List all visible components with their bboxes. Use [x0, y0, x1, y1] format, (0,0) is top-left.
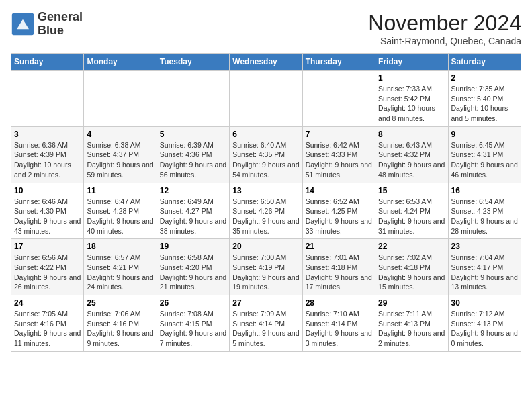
day-info: Sunrise: 6:39 AMSunset: 4:36 PMDaylight:…: [160, 140, 226, 180]
weekday-header-sunday: Sunday: [11, 54, 84, 71]
day-number: 13: [232, 186, 299, 195]
weekday-header-row: SundayMondayTuesdayWednesdayThursdayFrid…: [11, 54, 521, 71]
day-number: 24: [14, 298, 81, 308]
day-cell: 23Sunrise: 7:04 AMSunset: 4:17 PMDayligh…: [448, 239, 521, 295]
day-info: Sunrise: 7:12 AMSunset: 4:13 PMDaylight:…: [451, 309, 518, 349]
day-cell: 11Sunrise: 6:47 AMSunset: 4:28 PMDayligh…: [84, 183, 157, 239]
weekday-header-wednesday: Wednesday: [230, 54, 302, 71]
day-cell: 13Sunrise: 6:50 AMSunset: 4:26 PMDayligh…: [230, 183, 302, 239]
day-number: 3: [14, 130, 81, 139]
day-info: Sunrise: 6:45 AMSunset: 4:31 PMDaylight:…: [451, 140, 518, 180]
day-number: 16: [451, 186, 518, 195]
day-cell: [157, 71, 229, 127]
day-info: Sunrise: 6:38 AMSunset: 4:37 PMDaylight:…: [87, 140, 153, 180]
day-cell: [84, 71, 157, 127]
day-number: 14: [306, 186, 372, 195]
day-cell: 17Sunrise: 6:56 AMSunset: 4:22 PMDayligh…: [11, 239, 84, 295]
day-cell: 20Sunrise: 7:00 AMSunset: 4:19 PMDayligh…: [230, 239, 302, 295]
day-number: 7: [306, 130, 372, 139]
day-number: 29: [378, 298, 445, 308]
day-number: 4: [87, 130, 153, 139]
weekday-header-friday: Friday: [375, 54, 448, 71]
day-number: 23: [451, 242, 518, 251]
day-info: Sunrise: 6:52 AMSunset: 4:25 PMDaylight:…: [306, 197, 372, 236]
weekday-header-saturday: Saturday: [448, 54, 521, 71]
calendar: SundayMondayTuesdayWednesdayThursdayFrid…: [11, 53, 521, 352]
day-cell: [230, 71, 302, 127]
day-info: Sunrise: 6:42 AMSunset: 4:33 PMDaylight:…: [306, 140, 372, 180]
day-cell: 15Sunrise: 6:53 AMSunset: 4:24 PMDayligh…: [375, 183, 448, 239]
day-cell: [302, 71, 375, 127]
day-info: Sunrise: 6:43 AMSunset: 4:32 PMDaylight:…: [378, 140, 445, 180]
day-info: Sunrise: 7:11 AMSunset: 4:13 PMDaylight:…: [378, 309, 445, 349]
day-cell: 27Sunrise: 7:09 AMSunset: 4:14 PMDayligh…: [230, 295, 302, 352]
day-info: Sunrise: 7:00 AMSunset: 4:19 PMDaylight:…: [232, 253, 299, 292]
day-number: 26: [160, 298, 226, 308]
day-cell: 14Sunrise: 6:52 AMSunset: 4:25 PMDayligh…: [302, 183, 375, 239]
week-row-2: 3Sunrise: 6:36 AMSunset: 4:39 PMDaylight…: [11, 126, 521, 183]
day-cell: 24Sunrise: 7:05 AMSunset: 4:16 PMDayligh…: [11, 295, 84, 352]
day-info: Sunrise: 7:06 AMSunset: 4:16 PMDaylight:…: [87, 309, 153, 349]
weekday-header-monday: Monday: [84, 54, 157, 71]
day-cell: 12Sunrise: 6:49 AMSunset: 4:27 PMDayligh…: [157, 183, 229, 239]
title-area: November 2024 Saint-Raymond, Quebec, Can…: [368, 11, 521, 46]
header: General Blue November 2024 Saint-Raymond…: [11, 11, 521, 46]
day-cell: 22Sunrise: 7:02 AMSunset: 4:18 PMDayligh…: [375, 239, 448, 295]
day-cell: 29Sunrise: 7:11 AMSunset: 4:13 PMDayligh…: [375, 295, 448, 352]
day-info: Sunrise: 6:50 AMSunset: 4:26 PMDaylight:…: [232, 197, 299, 236]
day-number: 25: [87, 298, 153, 308]
day-number: 17: [14, 242, 81, 251]
day-number: 5: [160, 130, 226, 139]
day-cell: 19Sunrise: 6:58 AMSunset: 4:20 PMDayligh…: [157, 239, 229, 295]
logo: General Blue: [11, 11, 83, 38]
day-info: Sunrise: 6:49 AMSunset: 4:27 PMDaylight:…: [160, 197, 226, 236]
day-info: Sunrise: 6:40 AMSunset: 4:35 PMDaylight:…: [232, 140, 299, 180]
day-info: Sunrise: 6:53 AMSunset: 4:24 PMDaylight:…: [378, 197, 445, 236]
day-cell: 9Sunrise: 6:45 AMSunset: 4:31 PMDaylight…: [448, 126, 521, 183]
day-number: 20: [232, 242, 299, 251]
week-row-1: 1Sunrise: 7:33 AMSunset: 5:42 PMDaylight…: [11, 71, 521, 127]
day-cell: 6Sunrise: 6:40 AMSunset: 4:35 PMDaylight…: [230, 126, 302, 183]
day-info: Sunrise: 6:36 AMSunset: 4:39 PMDaylight:…: [14, 140, 81, 180]
day-cell: 25Sunrise: 7:06 AMSunset: 4:16 PMDayligh…: [84, 295, 157, 352]
day-number: 8: [378, 130, 445, 139]
day-number: 19: [160, 242, 226, 251]
day-cell: 1Sunrise: 7:33 AMSunset: 5:42 PMDaylight…: [375, 71, 448, 127]
day-info: Sunrise: 7:04 AMSunset: 4:17 PMDaylight:…: [451, 253, 518, 292]
day-number: 1: [378, 73, 445, 83]
day-info: Sunrise: 6:57 AMSunset: 4:21 PMDaylight:…: [87, 253, 153, 292]
day-cell: 7Sunrise: 6:42 AMSunset: 4:33 PMDaylight…: [302, 126, 375, 183]
day-cell: 21Sunrise: 7:01 AMSunset: 4:18 PMDayligh…: [302, 239, 375, 295]
day-cell: 18Sunrise: 6:57 AMSunset: 4:21 PMDayligh…: [84, 239, 157, 295]
logo-icon: [11, 12, 35, 36]
day-cell: 16Sunrise: 6:54 AMSunset: 4:23 PMDayligh…: [448, 183, 521, 239]
day-number: 12: [160, 186, 226, 195]
day-cell: 5Sunrise: 6:39 AMSunset: 4:36 PMDaylight…: [157, 126, 229, 183]
day-number: 9: [451, 130, 518, 139]
day-number: 28: [306, 298, 372, 308]
weekday-header-thursday: Thursday: [302, 54, 375, 71]
day-cell: 3Sunrise: 6:36 AMSunset: 4:39 PMDaylight…: [11, 126, 84, 183]
day-number: 22: [378, 242, 445, 251]
day-cell: 28Sunrise: 7:10 AMSunset: 4:14 PMDayligh…: [302, 295, 375, 352]
week-row-4: 17Sunrise: 6:56 AMSunset: 4:22 PMDayligh…: [11, 239, 521, 295]
month-title: November 2024: [368, 11, 521, 36]
day-number: 30: [451, 298, 518, 308]
day-cell: 10Sunrise: 6:46 AMSunset: 4:30 PMDayligh…: [11, 183, 84, 239]
day-info: Sunrise: 7:10 AMSunset: 4:14 PMDaylight:…: [306, 309, 372, 349]
day-info: Sunrise: 6:56 AMSunset: 4:22 PMDaylight:…: [14, 253, 81, 292]
day-cell: 4Sunrise: 6:38 AMSunset: 4:37 PMDaylight…: [84, 126, 157, 183]
day-cell: 30Sunrise: 7:12 AMSunset: 4:13 PMDayligh…: [448, 295, 521, 352]
day-cell: 26Sunrise: 7:08 AMSunset: 4:15 PMDayligh…: [157, 295, 229, 352]
day-number: 6: [232, 130, 299, 139]
week-row-5: 24Sunrise: 7:05 AMSunset: 4:16 PMDayligh…: [11, 295, 521, 352]
week-row-3: 10Sunrise: 6:46 AMSunset: 4:30 PMDayligh…: [11, 183, 521, 239]
logo-text: General Blue: [38, 11, 83, 38]
day-info: Sunrise: 7:05 AMSunset: 4:16 PMDaylight:…: [14, 309, 81, 349]
day-cell: [11, 71, 84, 127]
day-number: 27: [232, 298, 299, 308]
location: Saint-Raymond, Quebec, Canada: [368, 36, 521, 46]
day-number: 10: [14, 186, 81, 195]
day-number: 2: [451, 73, 518, 83]
day-info: Sunrise: 7:08 AMSunset: 4:15 PMDaylight:…: [160, 309, 226, 349]
